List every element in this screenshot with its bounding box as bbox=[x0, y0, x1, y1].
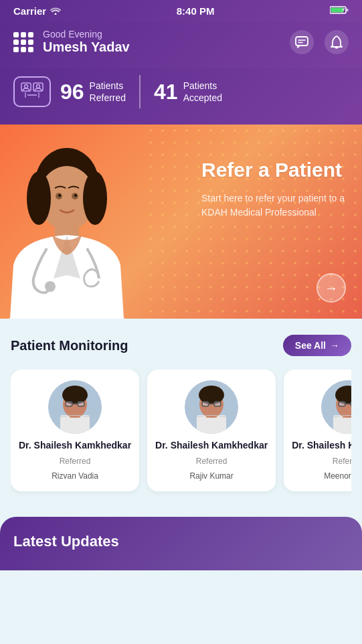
grid-menu-icon[interactable] bbox=[13, 32, 33, 52]
carrier-label: Carrier bbox=[13, 5, 46, 17]
notification-button[interactable] bbox=[325, 30, 349, 54]
hero-title: Refer a Patient bbox=[201, 158, 349, 182]
doctor-illustration bbox=[0, 131, 134, 319]
hero-arrow-button[interactable]: → bbox=[316, 273, 346, 303]
svg-point-17 bbox=[58, 194, 61, 197]
latest-updates-title: Latest Updates bbox=[13, 533, 349, 550]
patient-avatar bbox=[185, 380, 238, 434]
hero-banner[interactable]: Refer a Patient Start here to refer your… bbox=[0, 125, 362, 319]
patient-status-label: Referred bbox=[333, 457, 351, 466]
patient-cards-container: Dr. Shailesh KamkhedkarReferredRizvan Va… bbox=[11, 370, 351, 497]
header-left: Good Evening Umesh Yadav bbox=[13, 29, 130, 55]
svg-rect-1 bbox=[331, 8, 344, 13]
patient-avatar bbox=[48, 380, 102, 434]
svg-point-18 bbox=[74, 194, 77, 197]
stat-icon bbox=[13, 76, 51, 107]
status-left: Carrier bbox=[13, 5, 61, 17]
svg-rect-41 bbox=[351, 402, 351, 406]
svg-rect-33 bbox=[214, 402, 221, 406]
header-text: Good Evening Umesh Yadav bbox=[43, 29, 130, 55]
section-title: Patient Monitoring bbox=[11, 338, 128, 353]
accepted-stat: 41 PatientsAccepted bbox=[154, 80, 222, 104]
patient-doctor-name: Dr. Shailesh Kamkhedkar bbox=[292, 439, 351, 451]
svg-rect-28 bbox=[197, 415, 226, 434]
svg-rect-36 bbox=[333, 415, 351, 434]
patient-referred-name: Rizvan Vadia bbox=[52, 471, 98, 481]
svg-rect-40 bbox=[339, 402, 345, 406]
wifi-icon bbox=[50, 5, 61, 17]
status-bar: Carrier 8:40 PM bbox=[0, 0, 362, 22]
svg-point-12 bbox=[83, 171, 107, 225]
hero-description: Start here to refer your patient to a KD… bbox=[201, 191, 349, 220]
status-right bbox=[330, 5, 349, 17]
patient-status-label: Referred bbox=[196, 457, 228, 466]
svg-point-5 bbox=[25, 85, 28, 88]
svg-rect-2 bbox=[347, 9, 349, 11]
patient-card[interactable]: Dr. Shailesh KamkhedkarReferredRajiv Kum… bbox=[147, 370, 276, 491]
svg-rect-25 bbox=[78, 402, 84, 406]
patient-card[interactable]: Dr. Shailesh KamkhedkarReferredRizvan Va… bbox=[11, 370, 139, 491]
svg-point-11 bbox=[27, 171, 51, 225]
referred-stat: 96 PatientsReferred bbox=[60, 80, 126, 104]
patient-avatar bbox=[321, 380, 351, 434]
svg-point-7 bbox=[37, 85, 40, 88]
see-all-label: See All bbox=[295, 340, 326, 351]
stats-bar: 96 PatientsReferred 41 PatientsAccepted bbox=[0, 68, 362, 125]
svg-rect-32 bbox=[202, 402, 209, 406]
section-header: Patient Monitoring See All → bbox=[11, 335, 351, 356]
battery-icon bbox=[330, 5, 349, 17]
see-all-button[interactable]: See All → bbox=[283, 335, 351, 356]
message-button[interactable] bbox=[290, 30, 314, 54]
latest-updates-section: Latest Updates bbox=[0, 517, 362, 570]
svg-rect-3 bbox=[296, 37, 308, 46]
see-all-arrow-icon: → bbox=[330, 340, 339, 351]
patient-doctor-name: Dr. Shailesh Kamkhedkar bbox=[19, 439, 131, 451]
monitoring-section: Patient Monitoring See All → bbox=[0, 319, 362, 510]
header-icons bbox=[290, 30, 349, 54]
patient-referred-name: Meenor Shah bbox=[324, 471, 351, 481]
patient-referred-name: Rajiv Kumar bbox=[189, 471, 233, 481]
referred-count: 96 bbox=[60, 80, 84, 104]
greeting-label: Good Evening bbox=[43, 29, 130, 39]
arrow-icon: → bbox=[325, 280, 338, 296]
patient-status-label: Referred bbox=[60, 457, 91, 466]
accepted-count: 41 bbox=[154, 80, 178, 104]
time-label: 8:40 PM bbox=[177, 5, 215, 17]
accepted-label: PatientsAccepted bbox=[183, 80, 222, 104]
referred-label: PatientsReferred bbox=[90, 80, 126, 104]
svg-rect-20 bbox=[60, 415, 90, 434]
svg-point-14 bbox=[45, 281, 56, 292]
svg-rect-24 bbox=[66, 402, 72, 406]
hero-content: Refer a Patient Start here to refer your… bbox=[201, 158, 349, 220]
user-name-label: Umesh Yadav bbox=[43, 39, 130, 55]
stat-divider bbox=[139, 75, 141, 108]
patient-doctor-name: Dr. Shailesh Kamkhedkar bbox=[155, 439, 268, 451]
patient-card[interactable]: Dr. Shailesh KamkhedkarReferredMeenor Sh… bbox=[284, 370, 351, 491]
header: Good Evening Umesh Yadav bbox=[0, 22, 362, 68]
